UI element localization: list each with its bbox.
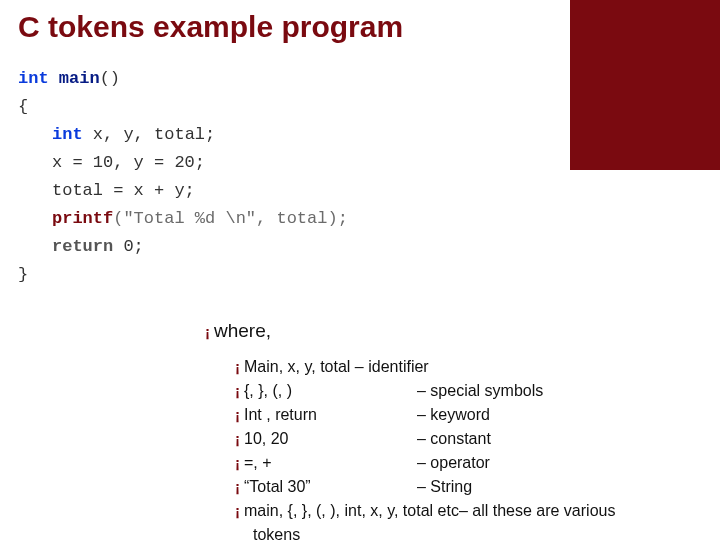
list-item: ¡ =, + – operator	[235, 451, 615, 475]
list-item: ¡ “Total 30” – String	[235, 475, 615, 499]
code-line: }	[18, 261, 348, 289]
list-item: ¡ main, {, }, (, ), int, x, y, total etc…	[235, 499, 615, 523]
bullet-left: 10, 20	[244, 427, 417, 451]
bullet-icon: ¡	[235, 499, 240, 523]
bullet-icon: ¡	[235, 451, 240, 475]
fn-printf: printf	[52, 209, 113, 228]
code-text: 0;	[113, 237, 144, 256]
bullet-left: {, }, (, )	[244, 379, 417, 403]
parens: ()	[100, 69, 120, 88]
code-line: int main()	[18, 65, 348, 93]
string-arg: ("Total %d \n", total);	[113, 209, 348, 228]
code-line: x = 10, y = 20;	[18, 149, 348, 177]
code-line: return 0;	[18, 233, 348, 261]
keyword-int: int	[52, 125, 83, 144]
where-text: where,	[214, 320, 271, 341]
code-text: x, y, total;	[83, 125, 216, 144]
accent-box	[570, 0, 720, 170]
slide-title: C tokens example program	[18, 10, 403, 44]
bullet-text: tokens	[253, 523, 300, 540]
bullet-left: Int , return	[244, 403, 417, 427]
bullet-left: “Total 30”	[244, 475, 417, 499]
bullet-text: Main, x, y, total – identifier	[244, 355, 429, 379]
bullet-right: – keyword	[417, 403, 490, 427]
list-item: ¡ Int , return – keyword	[235, 403, 615, 427]
bullet-left: =, +	[244, 451, 417, 475]
bullet-icon: ¡	[235, 379, 240, 403]
list-item: ¡ Main, x, y, total – identifier	[235, 355, 615, 379]
code-line: {	[18, 93, 348, 121]
bullet-icon: ¡	[235, 427, 240, 451]
bullet-icon: ¡	[235, 355, 240, 379]
keyword-return: return	[52, 237, 113, 256]
list-item: ¡ {, }, (, ) – special symbols	[235, 379, 615, 403]
bullet-icon: ¡	[235, 403, 240, 427]
list-item: ¡ 10, 20 – constant	[235, 427, 615, 451]
bullet-right: – String	[417, 475, 472, 499]
bullet-icon: ¡	[205, 323, 210, 340]
bullet-right: – operator	[417, 451, 490, 475]
fn-main: main	[59, 69, 100, 88]
code-line: printf("Total %d \n", total);	[18, 205, 348, 233]
code-line: int x, y, total;	[18, 121, 348, 149]
bullet-list: ¡ Main, x, y, total – identifier ¡ {, },…	[235, 355, 615, 540]
bullet-right: – constant	[417, 427, 491, 451]
code-line: total = x + y;	[18, 177, 348, 205]
bullet-right: – special symbols	[417, 379, 543, 403]
bullet-text: main, {, }, (, ), int, x, y, total etc– …	[244, 499, 615, 523]
code-block: int main() { int x, y, total; x = 10, y …	[18, 65, 348, 289]
bullet-icon: ¡	[235, 475, 240, 499]
list-item-cont: tokens	[253, 523, 615, 540]
where-label: ¡where,	[205, 320, 271, 342]
keyword-int: int	[18, 69, 49, 88]
